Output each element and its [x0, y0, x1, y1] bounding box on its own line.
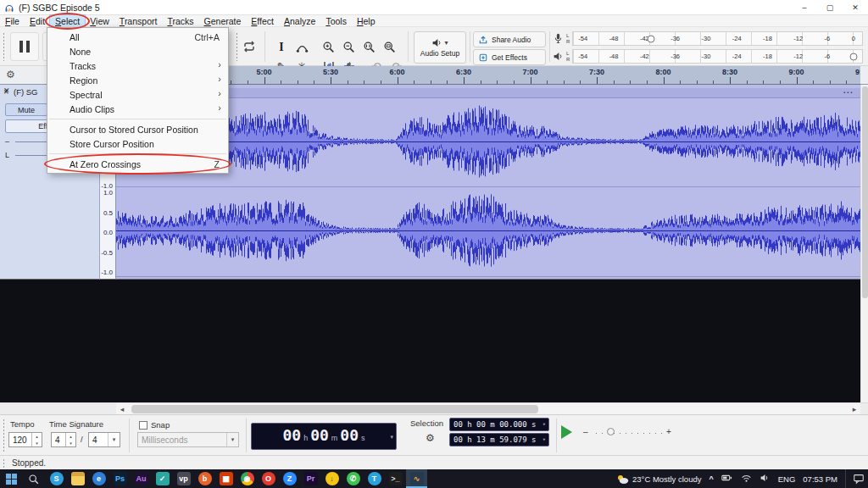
- recording-volume-slider[interactable]: [648, 35, 655, 42]
- menubar-item[interactable]: Help: [352, 15, 381, 27]
- selection-tool-button[interactable]: I: [273, 39, 290, 56]
- pause-button[interactable]: [10, 32, 39, 61]
- selection-end-field[interactable]: 00 h 13 m 59.079 s ▾: [449, 433, 549, 446]
- menubar-item[interactable]: Tracks: [162, 15, 198, 27]
- vp-taskbar-icon[interactable]: vp: [173, 469, 194, 488]
- horizontal-scrollbar-thumb[interactable]: [131, 405, 538, 413]
- menubar-item[interactable]: Edit: [25, 15, 50, 27]
- menu-item[interactable]: Cursor to Stored Cursor Position: [47, 122, 228, 136]
- get-effects-button[interactable]: Get Effects: [473, 49, 546, 65]
- volume-icon[interactable]: [760, 471, 771, 486]
- menu-item[interactable]: [47, 151, 228, 157]
- zoom-taskbar-icon[interactable]: Z: [279, 469, 300, 488]
- menubar-item[interactable]: Select: [50, 15, 85, 27]
- timeline-options-gear-icon[interactable]: ⚙: [6, 69, 15, 80]
- language-indicator[interactable]: ENG: [778, 474, 796, 484]
- tempo-spinner[interactable]: ▴▾: [31, 433, 42, 446]
- vertical-scrollbar-thumb[interactable]: [862, 86, 868, 298]
- caret-down-icon[interactable]: ▾: [390, 434, 393, 441]
- selection-options-gear-icon[interactable]: ⚙: [426, 432, 435, 444]
- todo-taskbar-icon[interactable]: ✓: [152, 469, 173, 488]
- menu-item[interactable]: Store Cursor Position: [47, 136, 228, 151]
- envelope-tool-button[interactable]: [293, 39, 310, 56]
- brave-taskbar-icon[interactable]: b: [194, 469, 215, 488]
- menu-item[interactable]: Audio Clips ›: [47, 102, 228, 116]
- chrome-taskbar-icon[interactable]: ◉: [236, 469, 258, 488]
- menu-item[interactable]: At Zero Crossings Z: [47, 157, 228, 171]
- tempo-input[interactable]: 120 ▴▾: [8, 432, 42, 447]
- audition-taskbar-icon[interactable]: Au: [131, 469, 152, 488]
- scroll-left-arrow[interactable]: ◂: [116, 403, 128, 415]
- weather-widget[interactable]: 23°C Mostly cloudy: [616, 474, 701, 485]
- terminal-taskbar-icon[interactable]: >_: [385, 469, 406, 488]
- selection-start-field[interactable]: 00 h 00 m 00.000 s ▾: [449, 418, 549, 431]
- menubar-item[interactable]: Generate: [199, 15, 247, 27]
- horizontal-scrollbar[interactable]: ◂ ▸: [0, 402, 868, 414]
- menu-item[interactable]: Tracks ›: [47, 58, 228, 73]
- clip-menu-icon[interactable]: ⋯: [843, 86, 854, 98]
- menu-item[interactable]: All Ctrl+A: [47, 30, 228, 44]
- playback-volume-slider[interactable]: [849, 53, 857, 60]
- share-audio-button[interactable]: Share Audio: [473, 31, 546, 47]
- audacity-taskbar-icon[interactable]: ∿: [406, 469, 427, 488]
- whatsapp-taskbar-icon[interactable]: ✆: [342, 469, 364, 488]
- edge-taskbar-icon[interactable]: e: [88, 469, 109, 488]
- scroll-right-arrow[interactable]: ▸: [849, 403, 860, 415]
- wifi-icon[interactable]: [741, 471, 752, 486]
- mute-button[interactable]: Mute: [5, 103, 47, 116]
- menubar-item[interactable]: File: [0, 15, 25, 27]
- speed-plus-label[interactable]: +: [666, 427, 671, 436]
- play-speed-slider[interactable]: [593, 432, 663, 435]
- zoom-in-button[interactable]: [320, 39, 337, 56]
- menubar-item[interactable]: Analyze: [279, 15, 320, 27]
- menu-item[interactable]: Region ›: [47, 73, 228, 87]
- skype-taskbar-icon[interactable]: S: [46, 469, 67, 488]
- audio-setup-button[interactable]: ▾ Audio Setup: [414, 31, 466, 64]
- clock[interactable]: 07:53 PM: [803, 474, 837, 484]
- toolbar-grip[interactable]: [236, 32, 239, 61]
- recording-meter-scale[interactable]: -54-48-42-36-30-24-18-12-60: [572, 31, 863, 46]
- play-at-speed-button[interactable]: [561, 425, 572, 439]
- tray-expand-chevron[interactable]: ^: [709, 474, 713, 483]
- toolbar-grip[interactable]: [3, 32, 6, 61]
- office-taskbar-icon[interactable]: ▦: [215, 469, 236, 488]
- file-explorer-taskbar-icon[interactable]: [67, 469, 88, 488]
- ts-upper-spinner[interactable]: ▴▾: [65, 433, 75, 446]
- play-speed-slider-thumb[interactable]: [607, 428, 615, 435]
- taskbar-search-button[interactable]: [22, 469, 44, 488]
- playback-time-display[interactable]: 00h 00m 00s ▾: [251, 423, 397, 450]
- telegram-taskbar-icon[interactable]: T: [364, 469, 385, 488]
- loop-button[interactable]: [241, 38, 258, 55]
- menu-item[interactable]: [47, 116, 228, 122]
- notification-center-button[interactable]: [845, 469, 865, 488]
- vertical-scrollbar[interactable]: [860, 85, 868, 402]
- premiere-taskbar-icon[interactable]: Pr: [300, 469, 321, 488]
- snap-mode-select[interactable]: Milliseconds ▾: [137, 432, 239, 447]
- zoom-out-button[interactable]: [341, 39, 358, 56]
- snap-checkbox[interactable]: [139, 421, 147, 430]
- battery-icon[interactable]: [721, 471, 733, 486]
- time-signature-upper-input[interactable]: 4 ▴▾: [51, 432, 76, 447]
- photoshop-taskbar-icon[interactable]: Ps: [109, 469, 131, 488]
- zoom-selection-button[interactable]: [361, 39, 378, 56]
- close-button[interactable]: ✕: [843, 0, 868, 15]
- title-bar[interactable]: (F) SGBC Episode 5 – ▢ ✕: [0, 0, 868, 15]
- zoom-fit-button[interactable]: [381, 39, 398, 56]
- idm-taskbar-icon[interactable]: ↓: [321, 469, 342, 488]
- menu-item[interactable]: Spectral ›: [47, 87, 228, 102]
- playback-meter-scale[interactable]: -54-48-42-36-30-24-18-12-60: [572, 49, 863, 64]
- track-close-icon[interactable]: ×: [3, 86, 8, 97]
- opera-taskbar-icon[interactable]: O: [258, 469, 279, 488]
- menu-item[interactable]: None: [47, 44, 228, 58]
- menubar-item[interactable]: Transport: [114, 15, 163, 27]
- recording-meter[interactable]: LR -54-48-42-36-30-24-18-12-60: [553, 30, 863, 47]
- menubar-item[interactable]: View: [85, 15, 114, 27]
- menubar-item[interactable]: Effect: [246, 15, 279, 27]
- speed-minus-label[interactable]: –: [583, 427, 588, 436]
- minimize-button[interactable]: –: [792, 0, 817, 15]
- playback-meter[interactable]: LR -54-48-42-36-30-24-18-12-60: [553, 48, 863, 64]
- start-button[interactable]: [0, 469, 22, 488]
- menubar-item[interactable]: Tools: [320, 15, 352, 27]
- toolbar-grip[interactable]: [3, 419, 6, 452]
- time-signature-lower-select[interactable]: 4 ▾: [88, 432, 120, 447]
